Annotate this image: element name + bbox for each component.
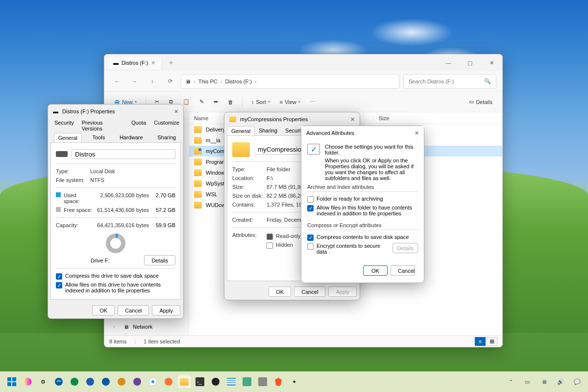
back-button[interactable]: ← (110, 75, 124, 88)
new-tab-button[interactable]: ＋ (168, 58, 174, 67)
details-button[interactable]: Details (392, 243, 418, 253)
terminal-icon[interactable]: ›_ (194, 375, 206, 388)
chrome-icon[interactable] (147, 375, 159, 388)
tab-security[interactable]: Security (50, 118, 78, 133)
tab-previous-versions[interactable]: Previous Versions (78, 118, 127, 133)
close-icon[interactable]: ✕ (174, 108, 178, 115)
minimize-button[interactable]: — (438, 55, 459, 71)
close-icon[interactable]: ✕ (415, 130, 419, 136)
up-button[interactable]: ↑ (146, 75, 159, 88)
tab-sharing[interactable]: Sharing (153, 133, 180, 142)
dialog-title: Advanced Attributes (306, 130, 354, 136)
view-button[interactable]: ≡ View ▾ (276, 95, 304, 109)
sort-button[interactable]: ↕ Sort ▾ (247, 95, 274, 109)
edge-icon[interactable] (84, 375, 97, 388)
edge-icon[interactable] (68, 375, 81, 388)
tray-icon[interactable]: ▭ (522, 375, 533, 388)
tab-customize[interactable]: Customize (150, 118, 183, 133)
app-icon[interactable]: ✦ (288, 375, 300, 388)
start-button[interactable] (5, 375, 18, 388)
edge-icon[interactable] (99, 375, 112, 388)
drive-properties-dialog: ▬ Distros (F:) Properties ✕ Security Pre… (48, 104, 184, 319)
app-icon[interactable] (241, 375, 253, 388)
svg-point-13 (165, 378, 172, 386)
settings-icon[interactable]: ⚙ (37, 375, 49, 388)
tab-tools[interactable]: Tools (89, 133, 109, 142)
statusbar: 8 items | 1 item selected ≡ ▦ (104, 335, 502, 347)
group-archive: Archive and Index attributes (307, 184, 418, 190)
drive-icon (56, 151, 68, 157)
archive-checkbox-row[interactable]: Folder is ready for archiving (307, 195, 418, 204)
chevron-up-icon[interactable]: ⌃ (505, 375, 516, 388)
icons-view-button[interactable]: ▦ (487, 337, 497, 346)
close-button[interactable]: ✕ (481, 55, 502, 71)
dialog-title: Distros (F:) Properties (62, 108, 115, 114)
breadcrumb[interactable]: 🖥 › This PC › Distros (F:) › (181, 74, 399, 89)
checkbox-icon[interactable] (307, 243, 314, 250)
volume-icon[interactable]: 🔊 (555, 375, 566, 388)
cancel-button[interactable]: Cancel (118, 305, 149, 315)
brave-icon[interactable] (272, 375, 285, 388)
details-button[interactable]: Details (144, 255, 175, 265)
index-checkbox-row[interactable]: ✓Allow files on this drive to have conte… (56, 281, 175, 294)
tab-hardware[interactable]: Hardware (116, 133, 147, 142)
forward-button[interactable]: → (128, 75, 142, 88)
tab-distros[interactable]: ▬ Distros (F:) ✕ (107, 57, 162, 69)
copilot-icon[interactable] (21, 375, 34, 388)
tray-icon[interactable]: 🖥 (539, 375, 549, 388)
checkbox-icon[interactable]: ✓ (307, 205, 314, 211)
svg-rect-0 (7, 377, 11, 381)
rename-button[interactable]: ✎ (196, 95, 208, 109)
cancel-button[interactable]: Cancel (391, 265, 415, 276)
edge-icon[interactable] (115, 375, 128, 388)
search-input[interactable] (409, 78, 484, 84)
edge-icon[interactable] (131, 375, 144, 388)
sidebar-item[interactable]: ›🖥Network (104, 321, 189, 332)
more-button[interactable]: ⋯ (306, 95, 319, 109)
advanced-attributes-dialog: Advanced Attributes ✕ ✓ Choose the setti… (301, 126, 424, 283)
tab-quota[interactable]: Quota (127, 118, 150, 133)
tab-general[interactable]: General (227, 126, 255, 135)
checkbox-icon[interactable]: ✓ (56, 273, 62, 280)
compress-checkbox-row[interactable]: ✓Compress this drive to save disk space (56, 272, 175, 281)
svg-point-7 (86, 378, 94, 386)
checkbox-icon[interactable] (267, 234, 273, 240)
svg-rect-18 (227, 379, 236, 380)
search-box[interactable]: 🔍 (403, 74, 496, 89)
chatgpt-icon[interactable] (209, 375, 222, 388)
cancel-button[interactable]: Cancel (294, 287, 325, 297)
apply-button[interactable]: Apply (328, 287, 357, 297)
explorer-icon[interactable] (178, 375, 191, 388)
notification-icon[interactable]: 💬 (572, 375, 583, 388)
close-tab-icon[interactable]: ✕ (151, 60, 155, 66)
edge-icon[interactable] (52, 375, 65, 388)
ok-button[interactable]: OK (92, 305, 115, 315)
checkbox-icon[interactable] (307, 196, 314, 203)
app-icon[interactable] (256, 375, 269, 388)
col-size[interactable]: Size (374, 115, 502, 121)
maximize-button[interactable]: ▢ (459, 55, 481, 71)
ok-button[interactable]: OK (269, 287, 291, 297)
details-view-button[interactable]: ≡ (475, 337, 486, 346)
tab-sharing[interactable]: Sharing (255, 126, 281, 135)
ok-button[interactable]: OK (363, 265, 388, 276)
delete-button[interactable]: 🗑 (224, 95, 237, 109)
breadcrumb-thispc[interactable]: This PC (198, 78, 218, 84)
checkbox-icon[interactable]: ✓ (307, 235, 314, 241)
checkbox-icon[interactable]: ✓ (56, 282, 62, 288)
share-button[interactable]: ➦ (210, 95, 222, 109)
folder-icon (194, 126, 202, 133)
refresh-button[interactable]: ⟳ (163, 75, 177, 88)
checkbox-icon[interactable] (267, 242, 273, 249)
compress-checkbox-row[interactable]: ✓Compress contents to save disk space (307, 233, 418, 242)
close-icon[interactable]: ✕ (350, 116, 355, 123)
notepad-icon[interactable] (225, 375, 238, 388)
index-checkbox-row[interactable]: ✓Allow files in this folder to have cont… (307, 204, 418, 217)
encrypt-checkbox-row[interactable]: Encrypt contents to secure data Details (307, 242, 418, 256)
tab-general[interactable]: General (54, 133, 82, 142)
drive-name-input[interactable] (72, 149, 175, 159)
apply-button[interactable]: Apply (152, 305, 180, 315)
details-pane-button[interactable]: ▭ Details (465, 95, 496, 109)
firefox-icon[interactable] (162, 375, 175, 388)
breadcrumb-drive[interactable]: Distros (F:) (225, 78, 251, 84)
